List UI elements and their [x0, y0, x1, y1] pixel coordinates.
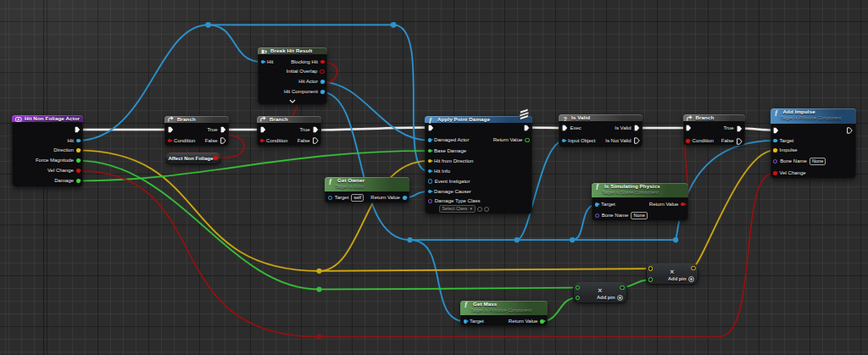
exec-pin[interactable] [847, 127, 853, 134]
add-pin-button[interactable]: Add pin [597, 295, 623, 301]
data-pin[interactable] [428, 199, 432, 203]
browse-asset-icon[interactable] [484, 207, 489, 212]
pin-label: True [207, 126, 217, 134]
node-header[interactable]: fAdd ImpulseTarget is Primitive Componen… [771, 108, 856, 124]
node-is-valid[interactable]: ?Is ValidExecIs ValidInput ObjectIs Not … [559, 114, 643, 147]
data-pin[interactable] [773, 159, 777, 164]
exec-pin-connected[interactable] [428, 125, 434, 131]
node-header[interactable]: Branch [257, 116, 321, 123]
literal-value-box[interactable]: None [810, 158, 826, 165]
node-apply-point-damage[interactable]: fApply Point DamageDamaged ActorReturn V… [425, 116, 532, 214]
data-pin-connected[interactable] [773, 148, 777, 153]
operator-pin[interactable] [691, 266, 695, 270]
blueprint-graph-canvas[interactable]: Hit Non Foliage ActorHitDirectionForce M… [0, 0, 868, 355]
data-pin-connected[interactable] [562, 139, 566, 143]
data-pin-connected[interactable] [686, 139, 690, 143]
literal-value-box[interactable]: None [631, 212, 647, 219]
data-pin-connected[interactable] [261, 60, 265, 64]
node-header[interactable]: Break Hit Result [258, 47, 327, 54]
data-pin-connected[interactable] [168, 139, 172, 143]
node-header[interactable]: fApply Point Damage [425, 116, 532, 123]
exec-pin-connected[interactable] [634, 125, 640, 131]
data-pin-connected[interactable] [260, 139, 264, 143]
exec-pin[interactable] [634, 137, 640, 144]
exec-pin-connected[interactable] [773, 127, 779, 134]
pin-row: Damaged Actor [428, 136, 472, 144]
data-pin-connected[interactable] [595, 202, 599, 207]
expand-chevron-icon[interactable] [289, 99, 297, 103]
use-asset-icon[interactable] [477, 207, 482, 212]
exec-pin-connected[interactable] [168, 126, 174, 133]
svg-text:f: f [465, 301, 468, 308]
data-pin-connected[interactable] [428, 169, 432, 174]
node-header[interactable]: fIs Simulating PhysicsTarget is Scene Co… [592, 183, 688, 197]
data-pin-connected[interactable] [681, 202, 685, 207]
add-pin-label: Add pin [597, 295, 615, 300]
data-pin-connected[interactable] [320, 90, 325, 94]
data-pin-connected[interactable] [214, 156, 218, 160]
operator-pin[interactable] [648, 266, 653, 270]
exec-pin-connected[interactable] [562, 125, 568, 131]
node-header[interactable]: Hit Non Foliage Actor [12, 115, 83, 122]
data-pin-connected[interactable] [76, 139, 81, 143]
data-pin-connected[interactable] [773, 171, 777, 175]
data-pin-connected[interactable] [320, 60, 325, 64]
node-branch-2[interactable]: BranchTrueConditionFalse [257, 116, 321, 147]
node-break-hit-result[interactable]: Break Hit ResultHitBlocking HitInitial O… [258, 47, 327, 105]
node-add-impulse[interactable]: fAdd ImpulseTarget is Primitive Componen… [771, 108, 856, 179]
exec-pin[interactable] [313, 137, 319, 144]
data-pin[interactable] [525, 138, 529, 142]
exec-pin-connected[interactable] [260, 126, 266, 133]
node-multiply-2[interactable]: ×Add pin [646, 263, 698, 285]
data-pin-connected[interactable] [428, 138, 432, 142]
data-pin-connected[interactable] [773, 139, 777, 143]
data-pin-connected[interactable] [428, 159, 432, 164]
exec-pin[interactable] [737, 138, 743, 145]
operator-pin[interactable] [576, 286, 580, 290]
exec-pin[interactable] [220, 137, 226, 144]
node-varget-affect-non-foliage[interactable]: Affect Non Foliage [165, 153, 221, 164]
data-pin[interactable] [428, 179, 432, 183]
data-pin[interactable] [328, 196, 332, 200]
exec-pin-connected[interactable] [686, 125, 692, 131]
node-event-hit-non-foliage-actor[interactable]: Hit Non Foliage ActorHitDirectionForce M… [12, 115, 83, 187]
data-pin-connected[interactable] [76, 148, 81, 153]
data-pin-connected[interactable] [403, 196, 407, 200]
node-header[interactable]: ?Is Valid [559, 114, 643, 121]
data-pin-connected[interactable] [428, 190, 432, 194]
node-multiply-1[interactable]: ×Add pin [573, 282, 627, 303]
pin-label: Hit Component [284, 88, 318, 96]
data-pin-connected[interactable] [320, 80, 325, 84]
node-get-mass[interactable]: fGet MassTarget is Primitive ComponentTa… [460, 301, 548, 326]
node-branch-1[interactable]: BranchTrueConditionFalse [164, 116, 229, 147]
operator-pin[interactable] [620, 286, 624, 290]
node-header-icon-wrap [687, 115, 693, 121]
data-pin[interactable] [320, 69, 324, 74]
node-header[interactable]: fGet MassTarget is Primitive Component [460, 301, 548, 315]
operator-pin[interactable] [648, 277, 653, 281]
node-get-owner[interactable]: fGet OwnerTarget is ActorTargetselfRetur… [325, 177, 409, 203]
data-pin-connected[interactable] [76, 158, 81, 163]
exec-pin-connected[interactable] [737, 125, 743, 132]
data-pin[interactable] [595, 214, 599, 218]
data-pin-connected[interactable] [76, 169, 81, 173]
exec-pin-connected[interactable] [524, 125, 530, 131]
data-pin-connected[interactable] [428, 149, 432, 153]
node-header[interactable]: fGet OwnerTarget is Actor [325, 177, 409, 191]
node-branch-3[interactable]: BranchTrueConditionFalse [683, 114, 746, 146]
data-pin-connected[interactable] [76, 179, 81, 183]
select-class-label: Select Class [442, 206, 468, 212]
add-pin-button[interactable]: Add pin [668, 276, 694, 282]
svg-text:f: f [775, 109, 778, 116]
node-header[interactable]: Branch [683, 114, 746, 121]
exec-pin-connected[interactable] [313, 126, 319, 133]
node-is-simulating-physics[interactable]: fIs Simulating PhysicsTarget is Scene Co… [592, 183, 688, 221]
data-pin-connected[interactable] [540, 319, 544, 324]
literal-value-box[interactable]: self [351, 194, 364, 202]
data-pin-connected[interactable] [464, 319, 468, 324]
operator-pin[interactable] [576, 296, 580, 300]
exec-pin-connected[interactable] [220, 126, 226, 133]
select-class-dropdown[interactable]: Select Class▾ [439, 205, 476, 213]
node-header[interactable]: Branch [164, 116, 229, 123]
exec-pin-connected[interactable] [75, 126, 81, 133]
